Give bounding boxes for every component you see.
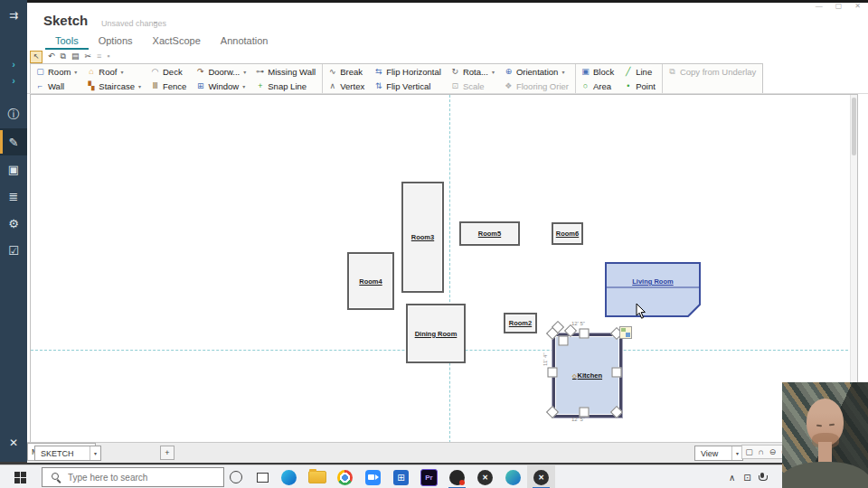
room-room6[interactable]: Room6 <box>552 222 583 245</box>
scale-icon: ⊡ <box>450 81 460 90</box>
hidden-icons-icon[interactable]: ∧ <box>729 473 735 483</box>
expand-chevron-icon[interactable]: › <box>12 76 15 85</box>
maximize-button[interactable]: ▢ <box>835 2 843 11</box>
area-icon: ○ <box>580 81 590 90</box>
block-button[interactable]: ▣Block <box>577 64 619 79</box>
sketch-canvas[interactable]: Room3Room5Room6Room4Dining RoomRoom2Livi… <box>30 94 858 444</box>
chrome-taskbar-button[interactable] <box>331 465 359 488</box>
dropdown-caret-icon[interactable]: ▾ <box>242 83 245 89</box>
sidebar-item-photos[interactable]: ▣ <box>0 155 27 183</box>
dimension-label: 12' 5" <box>571 321 585 326</box>
search-input[interactable] <box>66 472 214 483</box>
scrollbar-thumb[interactable] <box>852 98 856 155</box>
close-button[interactable]: ✕ <box>854 2 861 11</box>
edge-beta-taskbar-button[interactable] <box>499 465 527 488</box>
missing-wall-button[interactable]: ⊶Missing Wall <box>251 64 321 79</box>
sidebar-item-tasks[interactable]: ☑ <box>0 237 27 264</box>
display-icon[interactable]: ⊡ <box>743 473 750 483</box>
dropdown-caret-icon[interactable]: ▾ <box>243 69 246 75</box>
zoom-out-button[interactable]: ⊖ <box>768 446 778 457</box>
store-taskbar-button[interactable]: ⊞ <box>387 465 415 488</box>
taskbar-search[interactable] <box>42 467 224 487</box>
sidebar-item-info[interactable]: ⓘ <box>0 101 27 128</box>
sidebar-item-tools[interactable]: ⚙ <box>0 210 27 237</box>
selection-handle[interactable] <box>612 368 622 378</box>
flip-horizontal-icon: ⇆ <box>373 67 383 76</box>
dropdown-caret-icon[interactable]: ▾ <box>120 69 123 75</box>
add-level-button[interactable]: + <box>160 446 175 460</box>
fence-button[interactable]: ⅢFence <box>146 79 192 93</box>
edge-beta-icon <box>505 470 521 485</box>
dropdown-caret-icon[interactable]: ▾ <box>74 69 77 75</box>
room-button[interactable]: ▢Room▾ <box>32 64 82 79</box>
selection-handle[interactable] <box>580 408 590 418</box>
flip-horizontal-button[interactable]: ⇆Flip Horizontal <box>370 64 447 79</box>
premiere-pro-taskbar-button[interactable]: Pr <box>415 465 443 488</box>
snap-line-button[interactable]: +Snap Line <box>251 79 321 93</box>
cortana-icon[interactable] <box>230 471 242 483</box>
wall-button[interactable]: ⌐Wall <box>32 79 82 93</box>
dropdown-caret-icon[interactable]: ▾ <box>138 83 141 89</box>
room-room2[interactable]: Room2 <box>504 313 537 333</box>
tab-xactscope[interactable]: XactScope <box>143 33 211 50</box>
room-dining-room[interactable]: Dining Room <box>406 304 466 363</box>
paste-icon[interactable]: ▤ <box>71 52 80 61</box>
staircase-button[interactable]: ▚Staircase▾ <box>82 79 146 93</box>
panel-toggle-icon[interactable]: ⇉ <box>0 9 27 22</box>
x-app-taskbar-button[interactable]: ✕ <box>471 465 499 488</box>
microphone-icon[interactable] <box>760 473 765 482</box>
selection-handle[interactable] <box>548 368 558 378</box>
room-living-room[interactable]: Living Room <box>605 262 701 317</box>
area-button[interactable]: ○Area <box>577 79 619 93</box>
cut-icon[interactable]: ✂ <box>85 52 92 61</box>
window-icon: ⊞ <box>195 81 205 90</box>
rota-button[interactable]: ↻Rota...▾ <box>447 64 500 79</box>
roof-button[interactable]: ⌂Roof▾ <box>82 64 146 79</box>
window-button[interactable]: ⊞Window▾ <box>192 79 251 93</box>
flip-vertical-button[interactable]: ⇅Flip Vertical <box>370 79 447 93</box>
point-button[interactable]: •Point <box>619 79 661 93</box>
selection-handle[interactable] <box>580 329 590 339</box>
pan-button[interactable]: ∩ <box>756 446 766 457</box>
edge-taskbar-button[interactable] <box>275 465 303 488</box>
orientation-button[interactable]: ⊕Orientation▾ <box>500 64 574 79</box>
start-button[interactable] <box>0 465 40 488</box>
media-app-taskbar-button[interactable] <box>443 465 471 488</box>
doorw-button[interactable]: ↷Doorw...▾ <box>192 64 251 79</box>
scale-button: ⊡Scale <box>447 79 500 93</box>
tab-options[interactable]: Options <box>89 33 143 50</box>
expand-chevron-icon[interactable]: › <box>12 60 15 69</box>
view-dropdown[interactable]: View ▾ <box>694 446 743 461</box>
underlay-image-icon[interactable] <box>619 326 632 339</box>
sketch-bottom-bar: SKETCH ▾ Main Level ✕ + View ▾ ▢∩⊖⊕ <box>27 442 868 463</box>
zoom-app-taskbar-button[interactable] <box>359 465 387 488</box>
sidebar-item-sketch[interactable]: ✎ <box>0 128 27 155</box>
deck-button[interactable]: ◠Deck <box>146 64 192 79</box>
line-button[interactable]: ╱Line <box>619 64 661 79</box>
fence-icon: Ⅲ <box>150 81 160 90</box>
selection-handle[interactable] <box>559 336 569 346</box>
tab-tools[interactable]: Tools <box>45 33 89 50</box>
task-view-icon[interactable] <box>257 473 269 483</box>
chevron-down-icon[interactable]: ⌄ <box>152 16 159 25</box>
ribbon-toolbar: ▢Room▾⌐Wall⌂Roof▾▚Staircase▾◠DeckⅢFence↷… <box>30 63 763 94</box>
select-tool-icon[interactable]: ↖ <box>30 51 42 63</box>
minimize-button[interactable]: — <box>816 2 823 11</box>
undo-icon[interactable]: ↶ <box>48 52 55 61</box>
close-icon[interactable]: ✕ <box>0 436 27 449</box>
room-room5[interactable]: Room5 <box>459 221 520 246</box>
break-button[interactable]: ∿Break <box>324 64 370 79</box>
fit-view-button[interactable]: ▢ <box>744 446 754 457</box>
tab-annotation[interactable]: Annotation <box>211 33 278 50</box>
chevron-down-icon: ▾ <box>90 446 100 460</box>
room-room3[interactable]: Room3 <box>401 182 444 293</box>
copy-icon[interactable]: ⧉ <box>61 52 66 61</box>
dropdown-caret-icon[interactable]: ▾ <box>492 69 495 75</box>
sidebar-item-documents[interactable]: ≣ <box>0 183 27 210</box>
sketch-selector-dropdown[interactable]: SKETCH ▾ <box>34 446 101 461</box>
room-room4[interactable]: Room4 <box>347 252 394 310</box>
dropdown-caret-icon[interactable]: ▾ <box>561 69 564 75</box>
vertex-button[interactable]: ∧Vertex <box>324 79 370 93</box>
x-app-active-taskbar-button[interactable]: ✕ <box>527 465 555 488</box>
file-explorer-taskbar-button[interactable] <box>303 465 331 488</box>
